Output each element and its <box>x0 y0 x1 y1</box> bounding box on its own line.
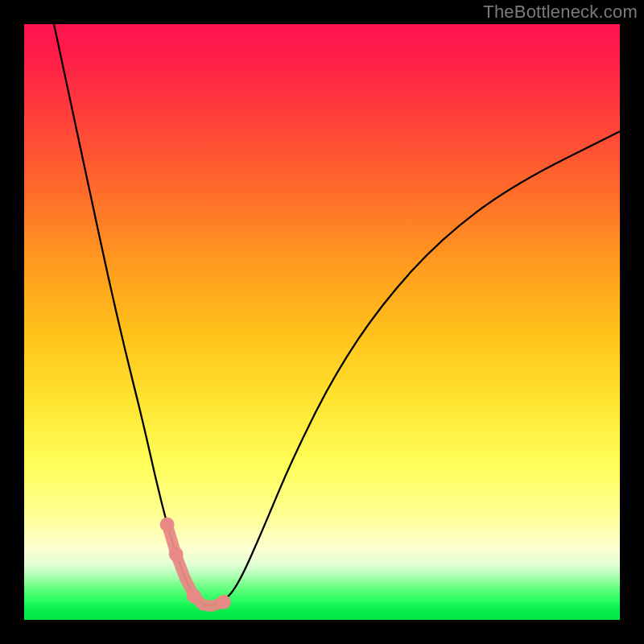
bottleneck-curve-line <box>54 24 620 605</box>
svg-point-1 <box>169 547 184 562</box>
svg-point-0 <box>160 518 175 532</box>
plot-area <box>24 24 620 620</box>
bottleneck-curve-svg <box>24 24 620 620</box>
svg-point-2 <box>187 588 201 603</box>
svg-point-3 <box>217 595 231 609</box>
watermark-text: TheBottleneck.com <box>483 2 638 23</box>
curve-minimum-highlight <box>160 518 231 609</box>
chart-frame: TheBottleneck.com <box>0 0 644 644</box>
